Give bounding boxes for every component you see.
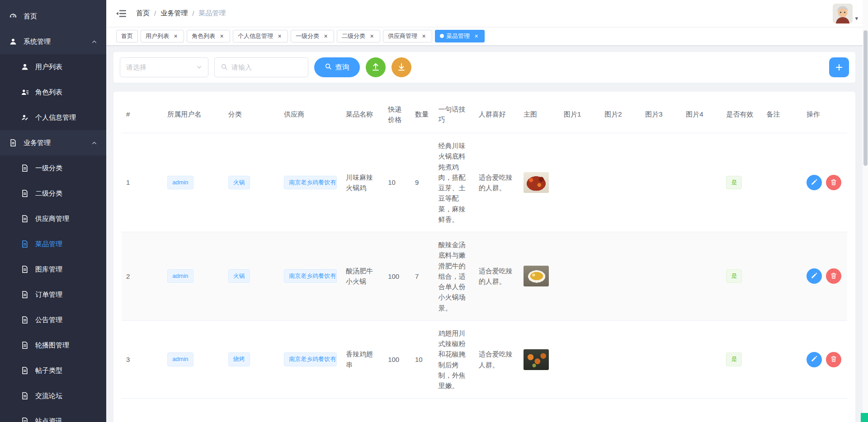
- avatar[interactable]: [833, 4, 853, 23]
- sidebar-item-role-list[interactable]: 角色列表: [0, 80, 106, 105]
- edit-button[interactable]: [807, 175, 822, 190]
- table-row: 3 admin 烧烤 南京老乡鸡餐饮有限公司 香辣鸡翅串 100 10 鸡翅用川…: [122, 320, 847, 399]
- cell-image4: [681, 133, 722, 232]
- trash-icon: [830, 355, 837, 364]
- cell-tip: 酸辣金汤底料与嫩滑肥牛的组合，适合单人份小火锅场景。: [434, 232, 474, 321]
- tab-supplier-mgmt[interactable]: 供应商管理 ×: [383, 30, 432, 42]
- tab-role-list[interactable]: 角色列表 ×: [187, 30, 230, 42]
- cell-price: 100: [383, 232, 410, 321]
- breadcrumb-separator: /: [192, 9, 194, 17]
- filter-select[interactable]: 请选择: [120, 57, 208, 77]
- sidebar-item-gallery-mgmt[interactable]: 图库管理: [0, 257, 106, 282]
- delete-button[interactable]: [826, 175, 841, 190]
- valid-tag: 是: [726, 269, 742, 283]
- page-content: 请选择 请输入 查询: [106, 46, 868, 422]
- breadcrumb-separator: /: [154, 9, 156, 17]
- input-placeholder: 请输入: [231, 63, 252, 72]
- scrollbar-thumb[interactable]: [863, 30, 868, 166]
- close-icon[interactable]: ×: [172, 33, 179, 39]
- close-icon[interactable]: ×: [322, 33, 329, 39]
- user-edit-icon: [21, 113, 29, 122]
- col-valid: 是否有效: [722, 96, 762, 133]
- document-icon: [21, 265, 29, 273]
- sidebar-section-label: 系统管理: [24, 38, 51, 46]
- sidebar-item-category-level2[interactable]: 二级分类: [0, 181, 106, 206]
- supplier-tag: 南京老乡鸡餐饮有限公司: [284, 269, 337, 283]
- sidebar-section-label: 业务管理: [24, 139, 51, 147]
- cell-dish-name: 酸汤肥牛小火锅: [341, 232, 383, 321]
- sidebar-item-carousel-mgmt[interactable]: 轮播图管理: [0, 333, 106, 358]
- delete-button[interactable]: [826, 268, 841, 284]
- sidebar-item-post-type[interactable]: 帖子类型: [0, 358, 106, 383]
- app-window: 首页 系统管理 用户列表 角色列表 个: [0, 0, 868, 422]
- supplier-tag: 南京老乡鸡餐饮有限公司: [284, 176, 337, 189]
- download-button[interactable]: [392, 57, 411, 77]
- col-tip: 一句话技巧: [434, 96, 474, 133]
- download-icon: [397, 62, 406, 73]
- col-actions: 操作: [802, 96, 847, 133]
- cell-tip: 鸡翅用川式辣椒粉和花椒腌制后烤制，外焦里嫩。: [434, 320, 474, 399]
- close-icon[interactable]: ×: [218, 33, 225, 39]
- sidebar-item-site-news[interactable]: 站点资讯: [0, 408, 106, 422]
- tab-label: 二级分类: [342, 32, 365, 40]
- user-menu[interactable]: ▾: [833, 4, 858, 23]
- dish-photo: [524, 349, 549, 370]
- edit-button[interactable]: [807, 352, 822, 367]
- sidebar-item-category-level1[interactable]: 一级分类: [0, 155, 106, 181]
- back-to-top-button[interactable]: [861, 413, 868, 422]
- sidebar-item-supplier-mgmt[interactable]: 供应商管理: [0, 206, 106, 231]
- sidebar-section-business[interactable]: 业务管理: [0, 130, 106, 155]
- sidebar-item-label: 一级分类: [35, 164, 62, 173]
- chevron-up-icon: [91, 140, 97, 146]
- main-area: 首页 / 业务管理 / 菜品管理 ▾ 首页 用户列表 ×: [106, 0, 868, 422]
- sidebar-item-personal-info[interactable]: 个人信息管理: [0, 105, 106, 130]
- sidebar-item-order-mgmt[interactable]: 订单管理: [0, 282, 106, 307]
- query-button-label: 查询: [335, 63, 349, 72]
- tab-label: 用户列表: [146, 32, 169, 40]
- document-icon: [21, 417, 29, 422]
- hamburger-icon[interactable]: [113, 7, 129, 20]
- sidebar-section-system[interactable]: 系统管理: [0, 29, 106, 54]
- user-icon: [9, 38, 17, 46]
- tab-personal-info[interactable]: 个人信息管理 ×: [233, 30, 288, 42]
- search-input[interactable]: 请输入: [214, 57, 308, 77]
- col-image4: 图片4: [681, 96, 722, 133]
- tab-category-level1[interactable]: 一级分类 ×: [291, 30, 334, 42]
- tab-user-list[interactable]: 用户列表 ×: [141, 30, 184, 42]
- cell-qty: 10: [410, 320, 434, 399]
- sidebar-item-forum[interactable]: 交流论坛: [0, 383, 106, 408]
- tab-label: 首页: [121, 32, 133, 40]
- cell-price: 100: [383, 320, 410, 399]
- col-dish-name: 菜品名称: [341, 96, 383, 133]
- cell-index: 3: [122, 320, 163, 399]
- sidebar-item-notice-mgmt[interactable]: 公告管理: [0, 307, 106, 333]
- cell-image3: [641, 232, 681, 321]
- query-button[interactable]: 查询: [314, 57, 360, 77]
- breadcrumb-home[interactable]: 首页: [136, 9, 150, 18]
- close-icon[interactable]: ×: [368, 33, 375, 39]
- cell-remark: [762, 320, 802, 399]
- tab-category-level2[interactable]: 二级分类 ×: [337, 30, 380, 42]
- sidebar-item-dish-mgmt[interactable]: 菜品管理: [0, 231, 106, 257]
- delete-button[interactable]: [826, 352, 841, 367]
- close-icon[interactable]: ×: [276, 33, 283, 39]
- cell-audience: 适合爱吃辣的人群。: [474, 232, 519, 321]
- close-icon[interactable]: ×: [473, 33, 480, 39]
- page-scrollbar[interactable]: [863, 0, 868, 422]
- sidebar-item-label: 图库管理: [35, 265, 62, 274]
- caret-down-icon[interactable]: ▾: [855, 15, 858, 23]
- edit-button[interactable]: [807, 268, 822, 284]
- breadcrumb-business[interactable]: 业务管理: [160, 9, 188, 18]
- upload-button[interactable]: [366, 57, 386, 77]
- tab-dish-mgmt[interactable]: 菜品管理 ×: [435, 30, 485, 42]
- category-tag: 烧烤: [228, 352, 250, 366]
- add-dish-button[interactable]: +: [829, 57, 849, 77]
- sidebar-item-home[interactable]: 首页: [0, 4, 106, 29]
- cell-image3: [641, 133, 681, 232]
- sidebar: 首页 系统管理 用户列表 角色列表 个: [0, 0, 106, 422]
- dish-photo: [524, 266, 549, 286]
- upload-icon: [371, 62, 380, 73]
- tab-home[interactable]: 首页: [116, 30, 138, 42]
- sidebar-item-user-list[interactable]: 用户列表: [0, 54, 106, 80]
- close-icon[interactable]: ×: [420, 33, 427, 39]
